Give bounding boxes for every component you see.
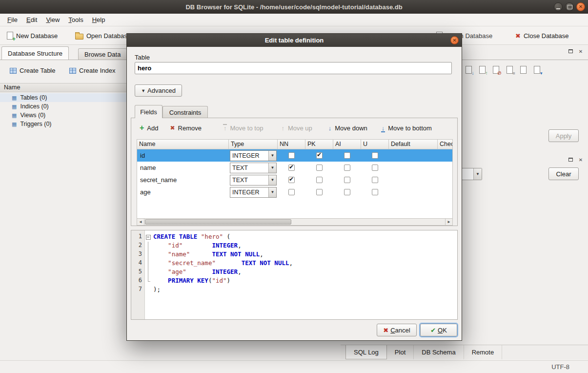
scroll-left-icon[interactable]: ◄: [137, 219, 144, 225]
ai-checkbox[interactable]: [344, 165, 350, 171]
new-database-icon: +: [7, 32, 13, 40]
add-button[interactable]: +Add: [140, 124, 158, 132]
horizontal-scrollbar[interactable]: ◄ ►: [137, 218, 453, 226]
menu-help[interactable]: Help: [88, 15, 110, 25]
bottom-tab-db-schema[interactable]: DB Schema: [414, 345, 464, 359]
set-null-icon[interactable]: ∅: [490, 64, 502, 76]
import-icon[interactable]: ↓: [463, 64, 474, 76]
check-cell[interactable]: [438, 186, 453, 198]
close-button[interactable]: ✕: [576, 2, 585, 11]
field-row-name[interactable]: nameTEXT▼: [137, 162, 452, 174]
table-name-input[interactable]: [135, 62, 452, 74]
column-header-type[interactable]: Type: [229, 140, 278, 149]
column-header-u[interactable]: U: [361, 140, 389, 149]
fields-grid: NameTypeNNPKAIUDefaultCheck idINTEGER▼na…: [137, 139, 453, 218]
column-header-ai[interactable]: AI: [333, 140, 361, 149]
default-cell[interactable]: [389, 174, 438, 186]
maximize-button[interactable]: [565, 2, 574, 11]
tab-constraints[interactable]: Constraints: [162, 106, 208, 118]
line-number-gutter: 1234567: [131, 230, 145, 319]
menu-tools[interactable]: Tools: [64, 15, 87, 25]
check-cell[interactable]: [438, 162, 453, 174]
cancel-button[interactable]: ✖ Cancel: [377, 324, 417, 336]
u-checkbox[interactable]: [372, 189, 378, 195]
bottom-tab-plot[interactable]: Plot: [387, 345, 414, 359]
create-index-button[interactable]: Create Index: [65, 65, 119, 76]
column-header-name[interactable]: Name: [137, 140, 229, 149]
pk-checkbox[interactable]: [316, 177, 323, 183]
nn-checkbox[interactable]: [288, 177, 295, 183]
u-checkbox[interactable]: [372, 165, 378, 171]
u-checkbox[interactable]: [372, 152, 378, 159]
ai-checkbox[interactable]: [344, 152, 350, 159]
u-checkbox[interactable]: [372, 177, 378, 183]
sql-code[interactable]: CREATE TABLE "hero" ( "id" INTEGER, "nam…: [151, 230, 457, 319]
type-combobox[interactable]: TEXT▼: [230, 163, 277, 173]
field-name-cell[interactable]: id: [137, 149, 229, 162]
window-titlebar[interactable]: DB Browser for SQLite - /home/user/code/…: [0, 0, 588, 14]
move-down-button[interactable]: ↓Move down: [328, 124, 367, 132]
pk-checkbox[interactable]: [316, 152, 323, 159]
sql-token: [153, 250, 168, 258]
close-database-button[interactable]: ✖ Close Database: [512, 29, 571, 42]
dock-close-icon[interactable]: ✕: [577, 48, 584, 55]
bottom-tab-sql-log[interactable]: SQL Log: [345, 345, 387, 359]
field-row-secret_name[interactable]: secret_nameTEXT▼: [137, 174, 452, 186]
type-combobox[interactable]: TEXT▼: [230, 175, 277, 186]
column-header-nn[interactable]: NN: [278, 140, 305, 149]
nn-checkbox[interactable]: [288, 165, 295, 171]
nn-checkbox[interactable]: [288, 189, 295, 195]
tab-browse-data[interactable]: Browse Data: [78, 48, 127, 60]
scroll-right-icon[interactable]: ►: [445, 219, 452, 225]
default-cell[interactable]: [389, 162, 438, 174]
menu-edit[interactable]: Edit: [22, 15, 41, 25]
advanced-toggle-button[interactable]: ▼ Advanced: [135, 84, 182, 97]
save-icon[interactable]: ▾: [531, 64, 543, 76]
dock-float-icon[interactable]: [567, 48, 574, 55]
minimize-button[interactable]: [554, 2, 563, 11]
column-header-check[interactable]: Check: [438, 140, 453, 149]
tab-fields[interactable]: Fields: [135, 105, 162, 118]
ok-button[interactable]: ✔ OK: [420, 324, 457, 336]
type-combobox[interactable]: INTEGER▼: [230, 187, 277, 198]
dock-float-icon[interactable]: [567, 156, 574, 163]
bottom-tab-bar: SQL LogPlotDB SchemaRemote: [341, 345, 588, 359]
code-fold-column[interactable]: [145, 230, 151, 319]
pk-checkbox[interactable]: [316, 189, 323, 195]
clear-button[interactable]: Clear: [548, 167, 579, 180]
column-header-pk[interactable]: PK: [305, 140, 333, 149]
default-cell[interactable]: [389, 186, 438, 198]
scrollbar-thumb[interactable]: [145, 219, 291, 225]
bottom-tab-remote[interactable]: Remote: [464, 345, 503, 359]
dialog-titlebar[interactable]: Edit table definition ✕: [127, 34, 462, 47]
ai-checkbox[interactable]: [344, 177, 350, 183]
column-header-default[interactable]: Default: [389, 140, 438, 149]
open-database-button[interactable]: Open Database: [72, 29, 134, 42]
move-to-bottom-button[interactable]: ↓Move to bottom: [381, 124, 432, 132]
check-cell[interactable]: [438, 174, 453, 186]
field-name-cell[interactable]: age: [137, 186, 229, 198]
tab-database-structure[interactable]: Database Structure: [1, 46, 69, 60]
menu-view[interactable]: View: [41, 15, 64, 25]
print-icon[interactable]: ≡: [504, 64, 515, 76]
check-cell[interactable]: [438, 149, 453, 162]
nn-checkbox[interactable]: [288, 152, 295, 159]
dock-close-icon[interactable]: ✕: [577, 156, 584, 163]
remove-button[interactable]: ✖Remove: [170, 124, 201, 132]
field-name-cell[interactable]: name: [137, 162, 229, 174]
field-row-id[interactable]: idINTEGER▼: [137, 149, 452, 162]
dialog-close-button[interactable]: ✕: [450, 36, 459, 44]
copy-icon[interactable]: [517, 64, 529, 76]
sql-token: "name": [168, 250, 190, 258]
new-database-button[interactable]: + New Database: [4, 29, 61, 42]
ai-checkbox[interactable]: [344, 189, 350, 195]
menu-file[interactable]: File: [3, 15, 22, 25]
create-table-button[interactable]: Create Table: [6, 65, 59, 76]
export-icon[interactable]: ↑: [476, 64, 488, 76]
default-cell[interactable]: [389, 149, 438, 162]
type-combobox[interactable]: INTEGER▼: [230, 150, 277, 161]
pk-checkbox[interactable]: [316, 165, 323, 171]
field-row-age[interactable]: ageINTEGER▼: [137, 186, 452, 198]
fold-collapse-icon[interactable]: [145, 233, 151, 242]
field-name-cell[interactable]: secret_name: [137, 174, 229, 186]
